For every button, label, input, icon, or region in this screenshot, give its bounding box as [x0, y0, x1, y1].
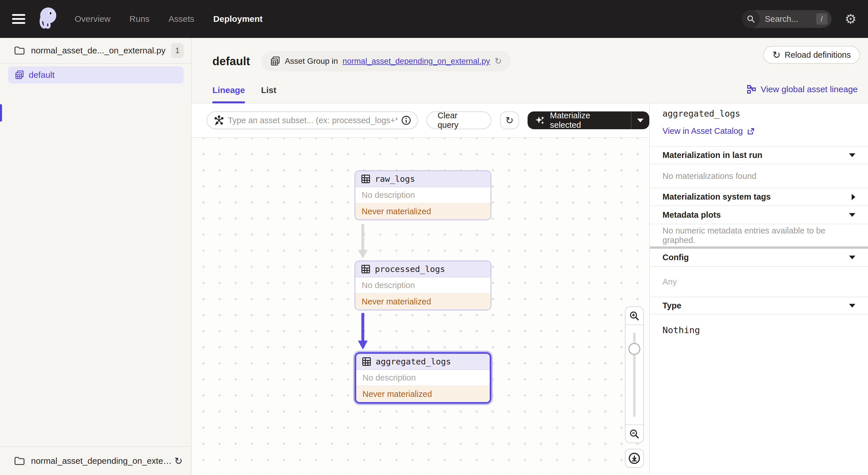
search-icon: [742, 10, 760, 28]
zoom-in-button[interactable]: [625, 307, 643, 325]
materialize-label: Materialize selected: [550, 111, 623, 130]
reload-group-icon[interactable]: ↻: [495, 57, 502, 65]
chevron-down-icon: [849, 304, 856, 307]
breadcrumb-code-location-link[interactable]: normal_asset_depending_on_external.py: [342, 57, 490, 66]
section-config[interactable]: Config: [650, 249, 868, 266]
reload-definitions-button[interactable]: ↻ Reload definitions: [763, 46, 860, 64]
materialize-dropdown-button[interactable]: [631, 119, 649, 122]
selected-asset-title: aggregated_logs: [662, 109, 740, 119]
type-value: Nothing: [650, 314, 868, 346]
hamburger-menu-icon[interactable]: [12, 14, 25, 24]
breadcrumb-prefix: Asset Group in: [285, 57, 338, 66]
asset-status: Never materialized: [355, 203, 491, 219]
section-label: Config: [662, 253, 689, 262]
asset-selection-icon: [214, 115, 224, 125]
download-icon: [628, 452, 640, 464]
refresh-icon: ↻: [505, 115, 514, 125]
download-image-button[interactable]: [625, 449, 644, 468]
asset-name: processed_logs: [375, 264, 445, 274]
chevron-down-icon: [849, 213, 856, 217]
nav-item-assets[interactable]: Assets: [168, 14, 194, 24]
zoom-out-button[interactable]: [625, 424, 643, 443]
asset-status: Never materialized: [355, 294, 491, 309]
page-header: default Asset Group in normal_asset_depe…: [192, 38, 868, 103]
asset-name: raw_logs: [375, 174, 415, 184]
asset-status: Never materialized: [356, 386, 490, 402]
asset-node-aggregated-logs[interactable]: aggregated_logs No description Never mat…: [354, 352, 491, 404]
asset-group-icon: [270, 56, 280, 66]
section-label: Metadata plots: [662, 210, 721, 220]
nav-item-runs[interactable]: Runs: [129, 14, 150, 24]
chevron-down-icon: [849, 153, 856, 157]
page-title: default: [212, 55, 250, 68]
zoom-out-icon: [629, 429, 640, 439]
asset-detail-panel: aggregated_logs View in Asset Catalog Ma…: [649, 103, 868, 475]
asset-group-icon: [15, 70, 24, 80]
section-metadata-plots[interactable]: Metadata plots: [650, 205, 868, 224]
search-shortcut-key: /: [816, 13, 828, 25]
view-in-asset-catalog-link[interactable]: View in Asset Catalog: [662, 126, 755, 136]
asset-description: No description: [355, 187, 491, 203]
nav-item-overview[interactable]: Overview: [74, 14, 111, 24]
zoom-control-panel: [625, 306, 644, 443]
tab-list[interactable]: List: [261, 85, 276, 103]
asset-node-raw-logs[interactable]: raw_logs No description Never materializ…: [354, 170, 491, 220]
nav-item-deployment[interactable]: Deployment: [213, 14, 262, 24]
asset-groups-sidebar: normal_asset_de..._on_external.py 1 defa…: [0, 38, 192, 475]
sidebar-code-location[interactable]: normal_asset_de..._on_external.py 1: [0, 38, 191, 64]
zoom-slider-knob[interactable]: [628, 343, 640, 355]
external-link-icon: [747, 127, 755, 135]
lineage-graph-icon: [747, 85, 756, 94]
table-icon: [361, 174, 370, 183]
asset-description: No description: [356, 370, 490, 386]
view-global-asset-lineage-link[interactable]: View global asset lineage: [747, 84, 858, 94]
settings-gear-icon[interactable]: ⚙: [845, 12, 857, 26]
code-location-label: normal_asset_de..._on_external.py: [31, 46, 171, 55]
top-nav-bar: Overview Runs Assets Deployment Search..…: [0, 0, 868, 38]
section-label: Materialization system tags: [662, 192, 771, 202]
asset-query-box: [207, 112, 418, 129]
search-placeholder: Search...: [765, 14, 816, 24]
asset-count-badge: 1: [171, 43, 184, 58]
lineage-canvas[interactable]: raw_logs No description Never materializ…: [192, 138, 649, 475]
table-icon: [362, 357, 371, 366]
tab-lineage[interactable]: Lineage: [212, 85, 245, 103]
asset-description: No description: [355, 277, 491, 294]
chevron-down-icon: [849, 256, 856, 259]
refresh-graph-button[interactable]: ↻: [500, 112, 519, 129]
asset-name: aggregated_logs: [376, 357, 451, 366]
section-materialization-last-run[interactable]: Materialization in last run: [650, 146, 868, 164]
panel-splitter-handle[interactable]: [650, 246, 868, 249]
selected-accent-bar: [0, 104, 2, 121]
sidebar-item-label: default: [29, 70, 55, 80]
materialize-selected-button[interactable]: Materialize selected: [528, 112, 649, 129]
section-materialization-system-tags[interactable]: Materialization system tags: [650, 188, 868, 205]
section-type[interactable]: Type: [650, 297, 868, 314]
reload-definitions-label: Reload definitions: [784, 50, 851, 60]
asset-node-processed-logs[interactable]: processed_logs No description Never mate…: [354, 261, 491, 310]
lineage-toolbar: Clear query ↻ Materialize selected: [192, 103, 649, 138]
asset-subset-query-input[interactable]: [228, 116, 397, 125]
sparkles-icon: [535, 115, 546, 125]
materialization-empty-state: No materializations found: [650, 164, 868, 188]
refresh-icon: ↻: [772, 50, 781, 60]
global-search-input[interactable]: Search... /: [742, 10, 832, 28]
reload-location-icon[interactable]: ↻: [175, 456, 183, 466]
asset-group-breadcrumb: Asset Group in normal_asset_depending_on…: [261, 51, 510, 71]
section-label: Type: [662, 301, 681, 310]
info-icon[interactable]: [401, 115, 411, 125]
clear-query-button[interactable]: Clear query: [427, 112, 491, 129]
section-label: Materialization in last run: [662, 150, 763, 160]
table-icon: [361, 265, 370, 274]
metadata-plots-empty-state: No numeric metadata entries available to…: [650, 224, 868, 246]
config-value: Any: [650, 266, 868, 297]
dagster-logo[interactable]: [35, 6, 59, 32]
zoom-slider[interactable]: [625, 325, 643, 424]
catalog-link-label: View in Asset Catalog: [662, 126, 743, 136]
folder-icon: [14, 456, 25, 466]
chevron-down-icon: [637, 119, 644, 122]
global-lineage-label: View global asset lineage: [761, 84, 858, 94]
sidebar-footer-code-location[interactable]: normal_asset_depending_on_extern... ↻: [0, 446, 191, 475]
footer-code-location-label: normal_asset_depending_on_extern...: [31, 456, 175, 466]
sidebar-item-default-group[interactable]: default: [8, 66, 184, 84]
